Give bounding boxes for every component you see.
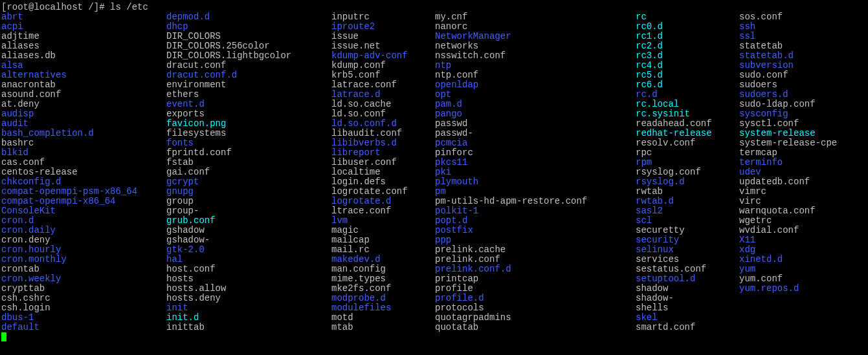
ls-entry: rsyslog.d [636,177,739,187]
ls-row: audispexportsld.so.confpangorc.sysinitsy… [1,109,868,119]
ls-entry: rc6.d [636,80,739,90]
ls-entry: system-release-cpe [739,138,868,148]
ls-entry: kdump-adv-conf [331,51,435,61]
ls-entry: gshadow [166,226,331,235]
ls-entry: X11 [739,235,868,245]
ls-row: chkconfig.dgcryptlogin.defsplymouthrsysl… [1,177,868,187]
ls-entry: exports [166,109,331,119]
ls-entry: alsa [1,61,166,70]
ls-entry: my.cnf [435,12,636,22]
ls-entry: subversion [739,61,868,70]
ls-entry: libaudit.conf [331,129,435,138]
ls-entry: favicon.png [166,119,331,129]
ls-row: cron.denygshadow-mailcappppsecurityX11 [1,235,868,245]
ls-row: cron.monthlyhalmakedev.dprelink.confserv… [1,255,868,264]
ls-entry: inputrc [331,12,435,22]
ls-entry: pcmcia [435,138,636,148]
ls-entry: xdg [739,245,868,255]
ls-row: at.denyevent.dld.so.cachepam.drc.localsu… [1,100,868,109]
ls-entry: mailcap [331,235,435,245]
ls-entry: udev [739,167,868,177]
ls-entry: sudoers.d [739,90,868,100]
ls-entry: sudoers [739,80,868,90]
ls-entry: acpi [1,22,166,32]
ls-row: csh.logininitmodulefilesprotocolsshells [1,303,868,313]
ls-entry: host.conf [166,264,331,274]
ls-entry: securetty [636,226,739,235]
ls-entry: csh.login [1,303,166,313]
ls-entry: ssh [739,22,868,32]
ls-entry: default [1,323,166,332]
ls-entry: grub.conf [166,216,331,226]
ls-entry: fprintd.conf [166,148,331,158]
ls-entry: blkid [1,148,166,158]
ls-row: centos-releasegai.conflocaltimepkirsyslo… [1,167,868,177]
ls-row: bashrcfontslibibverbs.dpcmciaresolv.conf… [1,138,868,148]
ls-entry: ssl [739,32,868,41]
ls-entry: hosts.allow [166,284,331,294]
ls-entry: pam.d [435,100,636,109]
ls-entry: shadow- [636,294,739,303]
ls-entry: virc [739,197,868,206]
ls-entry: logrotate.conf [331,187,435,197]
ls-row: cron.hourlygtk-2.0mail.rcprelink.cachese… [1,245,868,255]
ls-row: acpidhcpiproute2nanorcrc0.dssh [1,22,868,32]
ls-entry: bash_completion.d [1,129,166,138]
ls-entry: rpc [636,148,739,158]
ls-entry: libibverbs.d [331,138,435,148]
ls-entry: prelink.conf [435,255,636,264]
ls-entry: shells [636,303,739,313]
ls-entry: yum.conf [739,274,868,284]
ls-row: blkidfprintd.conflibreportpinforcrpcterm… [1,148,868,158]
ls-entry: cron.daily [1,226,166,235]
ls-entry: sudo.conf [739,70,868,80]
ls-entry: at.deny [1,100,166,109]
ls-entry: cas.conf [1,158,166,167]
ls-entry: group [166,197,331,206]
ls-entry: rc3.d [636,51,739,61]
ls-entry: issue [331,32,435,41]
ls-entry: rsyslog.conf [636,167,739,177]
ls-entry: libreport [331,148,435,158]
ls-entry: gai.conf [166,167,331,177]
ls-row: alternativesdracut.conf.dkrb5.confntp.co… [1,70,868,80]
ls-entry: setuptool.d [636,274,739,284]
ls-entry: updatedb.conf [739,177,868,187]
ls-entry: rc [636,12,739,22]
ls-entry: pki [435,167,636,177]
ls-entry: ld.so.cache [331,100,435,109]
terminal[interactable]: [root@localhost /]# ls /etc abrtdepmod.d… [0,0,868,344]
ls-entry: crontab [1,264,166,274]
ls-entry: DIR_COLORS [166,32,331,41]
ls-entry: libuser.conf [331,158,435,167]
ls-entry: terminfo [739,158,868,167]
ls-entry: modprobe.d [331,294,435,303]
ls-entry: services [636,255,739,264]
ls-row: crypttabhosts.allowmke2fs.confprofilesha… [1,284,868,294]
ls-entry: gshadow- [166,235,331,245]
ls-entry: yum [739,264,868,274]
ls-entry: hal [166,255,331,264]
ls-entry: abrt [1,12,166,22]
ls-entry: crypttab [1,284,166,294]
ls-entry: DIR_COLORS.lightbgcolor [166,51,331,61]
ls-entry: compat-openmpi-x86_64 [1,197,166,206]
ls-entry: dbus-1 [1,313,166,323]
ls-entry: sos.conf [739,12,868,22]
ls-entry: iproute2 [331,22,435,32]
ls-entry: issue.net [331,41,435,51]
ls-entry: rc2.d [636,41,739,51]
ls-entry: rc.local [636,100,739,109]
ls-entry: cron.monthly [1,255,166,264]
ls-entry: compat-openmpi-psm-x86_64 [1,187,166,197]
ls-entry: rwtab [636,187,739,197]
ls-entry: latrace.d [331,90,435,100]
ls-entry: aliases.db [1,51,166,61]
ls-entry: audisp [1,109,166,119]
ls-entry: cron.hourly [1,245,166,255]
ls-entry: postfix [435,226,636,235]
ls-entry: redhat-release [636,129,739,138]
ls-entry: ld.so.conf.d [331,119,435,129]
ls-entry: hosts.deny [166,294,331,303]
ls-entry: chkconfig.d [1,177,166,187]
